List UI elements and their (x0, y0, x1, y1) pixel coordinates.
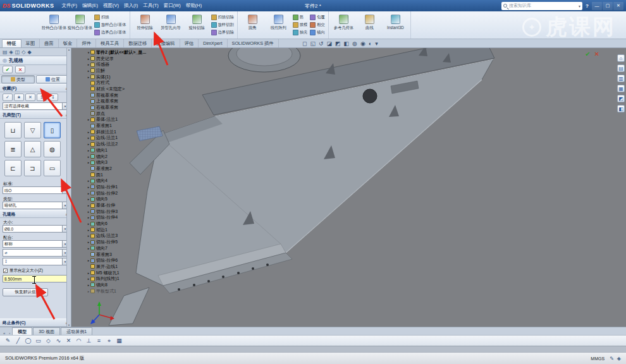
tree-item-6[interactable]: 前视基准面 (87, 92, 146, 99)
edit-appearance-icon[interactable]: ◉ (360, 40, 365, 47)
tab-2[interactable]: 曲面 (40, 39, 59, 47)
tab-8[interactable]: 评估 (180, 39, 199, 47)
swept-boss-button[interactable]: 扫描 (94, 13, 126, 21)
curves-button[interactable]: 曲线 (357, 13, 383, 37)
tree-item-19[interactable]: 圆1 (87, 172, 146, 178)
grid-icon[interactable]: ▦ (115, 337, 123, 345)
panel-scrollbar[interactable]: ▲▼ (66, 48, 71, 327)
model-tab-0[interactable]: 模型 (12, 327, 32, 335)
favorites-dropdown[interactable]: 没有选择收藏 ▼ (3, 102, 68, 110)
tree-item-34[interactable]: 展开-边线1 (87, 264, 146, 270)
linear-sketch-pattern-icon[interactable]: ≡ (95, 337, 103, 345)
tab-position[interactable]: 位置 (36, 75, 70, 83)
trim-icon[interactable]: ✕ (64, 337, 73, 345)
extruded-boss-button[interactable]: 拉伸凸台/基体 (41, 13, 67, 37)
fit-dropdown[interactable]: 标称 ▼ (3, 240, 68, 248)
tab-9[interactable]: DimXpert (199, 39, 227, 47)
view-orientation-icon[interactable]: ◩ (335, 40, 341, 47)
shell-button[interactable]: 抽壳 (293, 29, 308, 37)
tree-item-12[interactable]: ▸斜接法兰1 (87, 129, 146, 135)
polygon-icon[interactable]: ◇ (44, 337, 52, 345)
line-icon[interactable]: ╱ (14, 337, 22, 345)
tree-item-7[interactable]: 上视基准面 (87, 99, 146, 105)
tree-item-5[interactable]: 材质 <未指定> (87, 86, 146, 92)
tapered-tap-hole-type-button[interactable]: △ (24, 141, 41, 157)
countersink-hole-type-button[interactable]: ▽ (24, 122, 41, 138)
tree-item-37[interactable]: ▸镜向8 (87, 282, 146, 288)
tree-item-27[interactable]: ▸镜向6 (87, 221, 146, 227)
displaymanager-tab-icon[interactable]: ◆ (27, 49, 31, 56)
straight-tap-hole-type-button[interactable]: ≣ (4, 141, 21, 157)
menu-item-6[interactable]: 帮助(H) (183, 1, 204, 10)
hole-type-section-header[interactable]: 孔类型(T) ∧ (0, 111, 71, 119)
tree-item-28[interactable]: ▸褶边1 (87, 227, 146, 233)
appearances-icon[interactable]: ◩ (617, 95, 625, 102)
smart-dimension-icon[interactable]: ⌖ (105, 337, 113, 345)
view-palette-icon[interactable]: ▦ (617, 85, 625, 92)
feature-tree-root[interactable]: ▾ 零件2 (默认<<默认>_显... (87, 49, 146, 56)
ok-button[interactable]: ✔ (3, 66, 13, 73)
tree-item-4[interactable]: 方程式 (87, 80, 146, 86)
search-dropdown-icon[interactable]: ▾ (579, 4, 580, 8)
help-icon[interactable]: ? (586, 3, 589, 9)
fillet-button[interactable]: 圆角 (240, 13, 266, 37)
cancel-button[interactable]: ✕ (15, 66, 25, 73)
spline-icon[interactable]: ∿ (54, 337, 63, 345)
tree-item-30[interactable]: ▸切除-拉伸5 (87, 239, 146, 245)
delete-favorite-icon[interactable]: ✕ (25, 94, 35, 101)
tab-type[interactable]: 类型 (1, 75, 35, 83)
menu-item-5[interactable]: 窗口(W) (161, 1, 183, 10)
tree-item-23[interactable]: ▸镜向5 (87, 197, 146, 203)
linear-pattern-button[interactable]: 线性阵列 (266, 13, 292, 37)
tab-10[interactable]: SOLIDWORKS 插件 (228, 39, 279, 47)
dimxpertmanager-tab-icon[interactable]: ◇ (21, 49, 25, 56)
tree-item-0[interactable]: ▸历史记录 (87, 56, 146, 62)
tree-item-15[interactable]: ▸镜向1 (87, 147, 146, 154)
tab-5[interactable]: 模具工具 (96, 39, 124, 47)
tree-item-10[interactable]: ▸基体-法兰1 (87, 117, 146, 123)
tree-item-36[interactable]: ▸阵列(线性)1 (87, 276, 146, 282)
tree-item-25[interactable]: ▸切除-拉伸3 (87, 209, 146, 215)
view-settings-icon[interactable]: ▾ (375, 40, 378, 47)
tree-item-14[interactable]: ▸边线-法兰2 (87, 141, 146, 147)
file-explorer-icon[interactable]: ▥ (617, 75, 625, 82)
tree-item-20[interactable]: ▸镜向4 (87, 178, 146, 184)
part-3d-model[interactable] (71, 48, 626, 327)
close-button[interactable]: ✕ (613, 2, 623, 10)
custom-properties-icon[interactable]: ◧ (617, 105, 625, 112)
draft-button[interactable]: 拔模 (293, 21, 308, 28)
hole-type-dropdown[interactable]: 暗销孔 ▼ (3, 202, 68, 209)
previous-view-icon[interactable]: ↺ (319, 40, 324, 47)
add-favorite-icon[interactable]: ★ (14, 94, 24, 101)
resources-icon[interactable]: ⌂ (617, 54, 625, 62)
custom-size-checkbox[interactable]: ✓ (3, 269, 8, 273)
display-style-icon[interactable]: ◧ (344, 40, 350, 47)
tree-item-21[interactable]: ▸切除-拉伸1 (87, 184, 146, 190)
rectangle-icon[interactable]: ▭ (34, 337, 42, 345)
hole-depth-dropdown[interactable]: ↧ ▼ (3, 258, 68, 265)
lofted-boss-button[interactable]: 放样凸台/基体 (94, 21, 126, 28)
units-indicator[interactable]: MMGS (591, 356, 605, 361)
revolved-cut-button[interactable]: 旋转切除 (184, 13, 210, 37)
tree-item-17[interactable]: ▸镜向3 (87, 159, 146, 166)
boundary-cut-button[interactable]: 边界切除 (211, 29, 234, 37)
tree-item-1[interactable]: ▸传感器 (87, 61, 146, 68)
tree-item-9[interactable]: 原点 (87, 111, 146, 117)
wrap-button[interactable]: 包覆 (310, 13, 325, 21)
tab-6[interactable]: 数据迁移 (124, 39, 152, 47)
tab-4[interactable]: 焊件 (77, 39, 96, 47)
tree-item-18[interactable]: 基准面2 (87, 166, 146, 172)
model-tab-1[interactable]: 3D 视图 (33, 327, 60, 335)
countersink-slot-hole-type-button[interactable]: ⊐ (24, 160, 41, 176)
design-library-icon[interactable]: ▤ (617, 64, 625, 72)
instant3d-button[interactable]: Instant3D (383, 13, 408, 37)
size-dropdown[interactable]: Ø8.0 ▼ (3, 225, 68, 233)
tree-item-11[interactable]: 基准面1 (87, 123, 146, 129)
tree-item-13[interactable]: ▸边线-法兰1 (87, 135, 146, 142)
tree-item-32[interactable]: 基准面3 (87, 252, 146, 258)
apply-scene-icon[interactable]: ◐ (369, 40, 372, 47)
boundary-boss-button[interactable]: 边界凸台/基体 (94, 29, 126, 37)
tree-item-33[interactable]: ▸切除-拉伸6 (87, 257, 146, 264)
favorites-section-header[interactable]: 收藏(F) ∧ (0, 84, 71, 92)
featuremanager-tab-icon[interactable]: ▤ (3, 49, 8, 56)
